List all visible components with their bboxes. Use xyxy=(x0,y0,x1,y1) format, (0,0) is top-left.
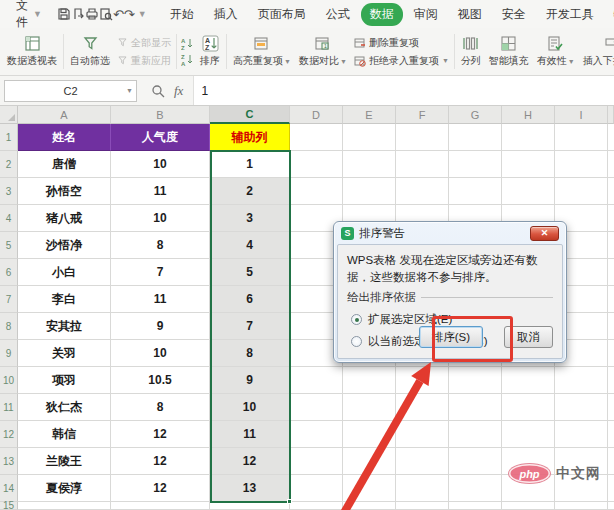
row-header-5[interactable]: 5 xyxy=(0,232,18,259)
cell-empty[interactable] xyxy=(290,178,343,205)
cell-empty[interactable] xyxy=(555,367,608,394)
cell-empty[interactable] xyxy=(555,178,608,205)
fx-insert-function[interactable]: fx xyxy=(174,83,183,99)
tab-页面布局[interactable]: 页面布局 xyxy=(249,3,315,26)
tab-公式[interactable]: 公式 xyxy=(317,3,359,26)
cell-empty[interactable] xyxy=(502,421,555,448)
cell-empty[interactable] xyxy=(343,178,396,205)
cell-empty[interactable] xyxy=(343,394,396,421)
column-header-H[interactable]: H xyxy=(502,106,555,124)
file-menu[interactable]: 文件 xyxy=(16,0,28,31)
cell-empty[interactable] xyxy=(290,151,343,178)
cell-empty[interactable] xyxy=(608,340,614,367)
cell-empty[interactable] xyxy=(502,394,555,421)
cell-empty[interactable] xyxy=(608,151,614,178)
cell-C4-helper[interactable]: 3 xyxy=(210,205,290,232)
cell-empty[interactable] xyxy=(555,502,608,510)
cell-A10-name[interactable]: 项羽 xyxy=(18,367,111,394)
cell-empty[interactable] xyxy=(555,151,608,178)
cell-empty[interactable] xyxy=(343,151,396,178)
cell-A11-name[interactable]: 狄仁杰 xyxy=(18,394,111,421)
cell-empty[interactable] xyxy=(343,367,396,394)
cell-empty[interactable] xyxy=(396,178,449,205)
cell-empty[interactable] xyxy=(210,502,290,510)
name-box[interactable]: C2 ▼ xyxy=(4,80,137,102)
cell-empty[interactable] xyxy=(608,421,614,448)
select-all-corner[interactable] xyxy=(0,106,18,124)
row-header-4[interactable]: 4 xyxy=(0,205,18,232)
cell-empty[interactable] xyxy=(608,124,614,151)
show-all-button[interactable]: 全部显示 xyxy=(117,36,171,50)
cell-C2-helper[interactable]: 1 xyxy=(210,151,290,178)
tab-安全[interactable]: 安全 xyxy=(493,3,535,26)
text-to-columns-button[interactable]: 分列 xyxy=(457,30,485,73)
cell-empty[interactable] xyxy=(111,502,210,510)
cell-empty[interactable] xyxy=(343,421,396,448)
cell-empty[interactable] xyxy=(290,124,343,151)
cell-B2-popularity[interactable]: 10 xyxy=(111,151,210,178)
tab-插入[interactable]: 插入 xyxy=(205,3,247,26)
cell-empty[interactable] xyxy=(396,475,449,502)
export-pdf-icon[interactable] xyxy=(71,5,85,24)
cell-empty[interactable] xyxy=(290,394,343,421)
cell-empty[interactable] xyxy=(608,394,614,421)
row-header-3[interactable]: 3 xyxy=(0,178,18,205)
cell-empty[interactable] xyxy=(502,124,555,151)
tab-开始[interactable]: 开始 xyxy=(161,3,203,26)
cell-empty[interactable] xyxy=(608,178,614,205)
insert-dropdown-list-button[interactable]: 插入下拉列表 xyxy=(579,30,614,73)
cell-empty[interactable] xyxy=(290,502,343,510)
cell-B10-popularity[interactable]: 10.5 xyxy=(111,367,210,394)
magnifier-icon[interactable] xyxy=(151,84,165,98)
cell-empty[interactable] xyxy=(608,475,614,502)
cell-empty[interactable] xyxy=(608,448,614,475)
cancel-button[interactable]: 取消 xyxy=(504,326,553,348)
row-header-11[interactable]: 11 xyxy=(0,394,18,421)
cell-A3-name[interactable]: 孙悟空 xyxy=(18,178,111,205)
cell-empty[interactable] xyxy=(608,367,614,394)
cell-A4-name[interactable]: 猪八戒 xyxy=(18,205,111,232)
cell-empty[interactable] xyxy=(608,205,614,232)
cell-B6-popularity[interactable]: 7 xyxy=(111,259,210,286)
cell-empty[interactable] xyxy=(449,124,502,151)
row-header-15[interactable]: 15 xyxy=(0,502,18,510)
column-header-D[interactable]: D xyxy=(290,106,343,124)
cell-B4-popularity[interactable]: 10 xyxy=(111,205,210,232)
sort-descending-icon[interactable]: ZA xyxy=(181,53,194,66)
cell-C1-helper-header[interactable]: 辅助列 xyxy=(210,124,290,151)
pivot-table-button[interactable]: 数据透视表 xyxy=(3,30,61,73)
cell-empty[interactable] xyxy=(608,502,614,510)
row-header-1[interactable]: 1 xyxy=(0,124,18,151)
cell-A6-name[interactable]: 小白 xyxy=(18,259,111,286)
cell-empty[interactable] xyxy=(396,151,449,178)
cell-empty[interactable] xyxy=(449,502,502,510)
tab-特色应用[interactable]: 特色应用 xyxy=(605,3,614,26)
cell-A14-name[interactable]: 夏侯淳 xyxy=(18,475,111,502)
sort-button-toolbar[interactable]: AZ 排序 xyxy=(196,30,224,73)
cell-empty[interactable] xyxy=(608,286,614,313)
cell-C7-helper[interactable]: 6 xyxy=(210,286,290,313)
cell-empty[interactable] xyxy=(396,124,449,151)
print-preview-icon[interactable] xyxy=(99,5,113,24)
cell-A8-name[interactable]: 安其拉 xyxy=(18,313,111,340)
cell-empty[interactable] xyxy=(290,448,343,475)
cell-empty[interactable] xyxy=(502,502,555,510)
cell-empty[interactable] xyxy=(396,367,449,394)
column-header-B[interactable]: B xyxy=(111,106,210,124)
dialog-close-button[interactable]: ✕ xyxy=(530,226,559,241)
remove-duplicates-button[interactable]: 删除重复项 xyxy=(354,36,449,50)
cell-C13-helper[interactable]: 12 xyxy=(210,448,290,475)
cell-B8-popularity[interactable]: 9 xyxy=(111,313,210,340)
tab-视图[interactable]: 视图 xyxy=(449,3,491,26)
cell-A5-name[interactable]: 沙悟净 xyxy=(18,232,111,259)
sort-confirm-button[interactable]: 排序(S) xyxy=(419,326,483,348)
row-header-8[interactable]: 8 xyxy=(0,313,18,340)
sort-ascending-icon[interactable]: AZ xyxy=(181,37,194,50)
cell-A2-name[interactable]: 唐僧 xyxy=(18,151,111,178)
column-header-G[interactable]: G xyxy=(449,106,502,124)
cell-empty[interactable] xyxy=(449,448,502,475)
cell-A9-name[interactable]: 关羽 xyxy=(18,340,111,367)
cell-A1-name-header[interactable]: 姓名 xyxy=(18,124,111,151)
cell-empty[interactable] xyxy=(343,124,396,151)
cell-B12-popularity[interactable]: 12 xyxy=(111,421,210,448)
